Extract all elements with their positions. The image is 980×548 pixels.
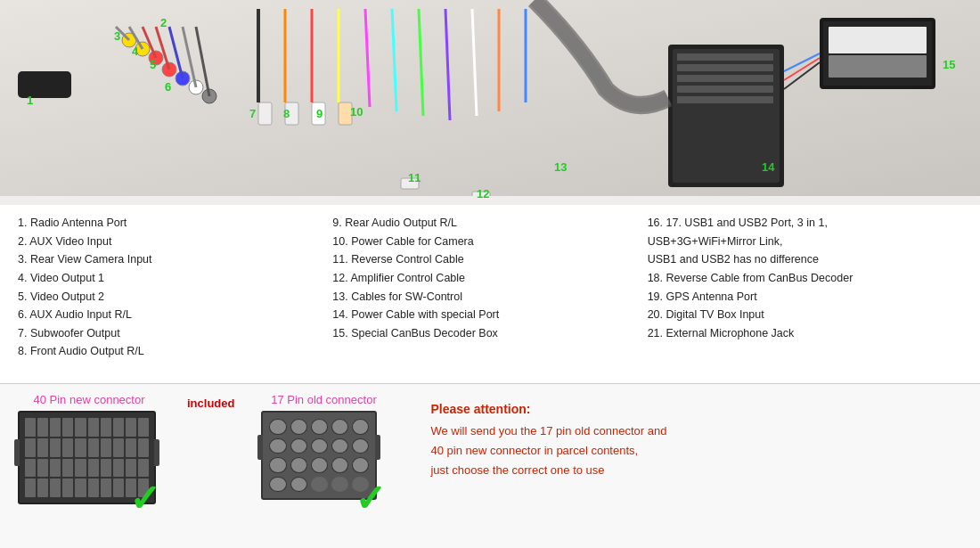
svg-rect-35 — [677, 53, 773, 61]
list-item-3: 3. Rear View Camera Input — [18, 250, 332, 269]
list-item-9: 9. Rear Audio Output R/L — [332, 214, 647, 233]
label-10: 10 — [350, 105, 363, 119]
list-item-20: 20. Digital TV Box Input — [648, 306, 962, 324]
list-item-14: 14. Power Cable with special Port — [332, 306, 647, 324]
connector-17-wrapper: 17 Pin old connector — [261, 393, 386, 513]
list-item-1: 1. Radio Antenna Port — [18, 214, 332, 233]
check-mark-17: ✓ — [355, 477, 386, 520]
label-1: 1 — [27, 94, 33, 107]
list-item-16: 16. 17. USB1 and USB2 Port, 3 in 1, — [648, 214, 962, 233]
label-7: 7 — [249, 107, 256, 120]
label-9: 9 — [316, 107, 323, 120]
list-item-16b: USB+3G+WiFi+Mirror Link, — [648, 233, 962, 251]
list-item-10: 10. Power Cable for Camera — [332, 233, 647, 251]
list-item-12: 12. Amplifier Control Cable — [332, 269, 647, 288]
included-wrapper: included — [187, 393, 234, 419]
top-section: 1 2 3 4 5 6 7 8 9 10 11 12 13 14 15 1. R… — [0, 0, 980, 383]
check-mark-40: ✓ — [129, 477, 160, 520]
connector-40-label: 40 Pin new connector — [33, 393, 144, 406]
label-14: 14 — [762, 160, 774, 174]
included-label: included — [187, 397, 234, 410]
list-item-18: 18. Reverse Cable from CanBus Decoder — [648, 269, 962, 288]
list-col-2: 9. Rear Audio Output R/L 10. Power Cable… — [332, 214, 647, 374]
text-list-area: 1. Radio Antenna Port 2. AUX Video Input… — [0, 205, 980, 383]
list-item-7: 7. Subwoofer Output — [18, 324, 332, 343]
label-13: 13 — [554, 160, 567, 174]
list-item-4: 4. Video Output 1 — [18, 269, 332, 288]
list-item-16c: USB1 and USB2 has no difference — [648, 250, 962, 269]
notice-line-3: just choose the correct one to use — [430, 461, 944, 480]
list-item-21: 21. External Microphone Jack — [648, 324, 962, 343]
svg-rect-37 — [677, 75, 773, 82]
label-12: 12 — [477, 187, 489, 200]
label-3: 3 — [114, 29, 120, 43]
svg-rect-42 — [829, 27, 927, 53]
label-5: 5 — [150, 58, 156, 71]
list-item-8: 8. Front Audio Output R/L — [18, 342, 332, 361]
label-4: 4 — [132, 45, 138, 58]
notice-title: Please attention: — [430, 402, 944, 416]
label-8: 8 — [283, 107, 290, 120]
list-col-1: 1. Radio Antenna Port 2. AUX Video Input… — [18, 214, 332, 374]
svg-rect-36 — [677, 64, 773, 71]
list-item-19: 19. GPS Antenna Port — [648, 288, 962, 307]
notice-line-2: 40 pin new connector in parcel contents, — [430, 441, 944, 461]
connector-17-label: 17 Pin old connector — [271, 393, 377, 406]
svg-rect-39 — [677, 96, 773, 103]
list-item-11: 11. Reverse Control Cable — [332, 250, 647, 269]
svg-rect-38 — [677, 86, 773, 93]
svg-rect-43 — [829, 55, 927, 78]
bottom-section: 40 Pin new connector — [0, 383, 980, 548]
label-2: 2 — [160, 16, 167, 29]
connector-40-wrapper: 40 Pin new connector — [18, 393, 160, 513]
label-15: 15 — [943, 58, 955, 71]
notice-line-1: We will send you the 17 pin old connecto… — [430, 421, 944, 441]
list-item-2: 2. AUX Video Input — [18, 233, 332, 251]
label-6: 6 — [165, 80, 171, 94]
label-11: 11 — [408, 171, 421, 184]
svg-rect-16 — [258, 102, 272, 125]
notice-block: Please attention: We will send you the 1… — [412, 393, 962, 489]
list-item-6: 6. AUX Audio Input R/L — [18, 306, 332, 324]
list-item-5: 5. Video Output 2 — [18, 288, 332, 307]
list-item-13: 13. Cables for SW-Control — [332, 288, 647, 307]
svg-rect-1 — [18, 71, 71, 98]
list-item-15: 15. Special CanBus Decoder Box — [332, 324, 647, 343]
cable-diagram — [0, 0, 980, 196]
list-col-3: 16. 17. USB1 and USB2 Port, 3 in 1, USB+… — [648, 214, 962, 374]
